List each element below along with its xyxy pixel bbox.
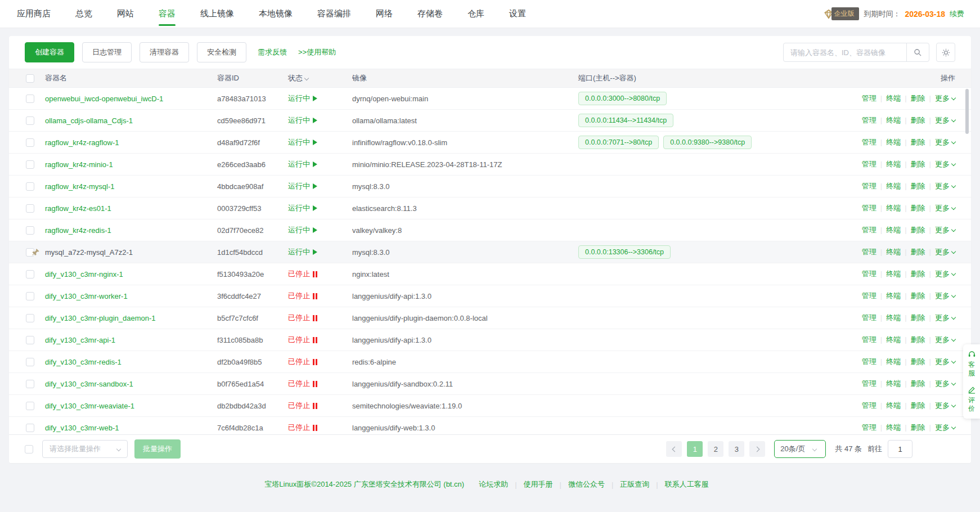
nav-item-overview[interactable]: 总览: [74, 1, 93, 27]
action-manage[interactable]: 管理: [862, 291, 876, 300]
action-more[interactable]: 更多: [935, 160, 955, 168]
row-checkbox[interactable]: [26, 160, 34, 169]
container-name-link[interactable]: dify_v130_c3mr-weaviate-1: [45, 402, 134, 410]
action-more[interactable]: 更多: [935, 226, 955, 234]
row-checkbox[interactable]: [26, 402, 34, 410]
action-terminal[interactable]: 终端: [886, 270, 901, 278]
row-checkbox[interactable]: [26, 116, 34, 125]
nav-item-settings[interactable]: 设置: [508, 1, 527, 27]
action-delete[interactable]: 删除: [911, 226, 925, 234]
action-terminal[interactable]: 终端: [886, 291, 901, 300]
nav-item-compose[interactable]: 容器编排: [316, 1, 352, 27]
action-delete[interactable]: 删除: [911, 204, 925, 212]
footer-link-1[interactable]: 论坛求助: [479, 479, 508, 489]
action-delete[interactable]: 删除: [911, 291, 925, 300]
nav-item-volume[interactable]: 存储卷: [416, 1, 444, 27]
action-terminal[interactable]: 终端: [886, 379, 901, 388]
customer-service-button[interactable]: 客服: [968, 350, 976, 378]
row-checkbox[interactable]: [26, 95, 34, 103]
action-delete[interactable]: 删除: [911, 357, 925, 366]
page-button-1[interactable]: 1: [687, 441, 703, 457]
row-checkbox[interactable]: [26, 270, 34, 279]
container-name-link[interactable]: mysql_a7z2-mysql_A7z2-1: [45, 248, 133, 257]
action-manage[interactable]: 管理: [862, 379, 876, 388]
action-more[interactable]: 更多: [935, 379, 955, 388]
action-manage[interactable]: 管理: [862, 357, 876, 366]
action-delete[interactable]: 删除: [911, 116, 925, 124]
nav-item-online-image[interactable]: 线上镜像: [199, 1, 235, 27]
action-delete[interactable]: 删除: [911, 423, 925, 432]
action-terminal[interactable]: 终端: [886, 401, 901, 410]
renew-link[interactable]: 续费: [950, 9, 964, 19]
action-delete[interactable]: 删除: [911, 401, 925, 410]
action-more[interactable]: 更多: [935, 291, 955, 300]
action-more[interactable]: 更多: [935, 138, 955, 146]
action-manage[interactable]: 管理: [862, 94, 876, 102]
action-manage[interactable]: 管理: [862, 313, 876, 322]
action-more[interactable]: 更多: [935, 204, 955, 212]
action-more[interactable]: 更多: [935, 401, 955, 410]
action-manage[interactable]: 管理: [862, 204, 876, 212]
action-manage[interactable]: 管理: [862, 401, 876, 410]
action-delete[interactable]: 删除: [911, 335, 925, 344]
container-name-link[interactable]: dify_v130_c3mr-api-1: [45, 336, 115, 344]
review-button[interactable]: 评价: [968, 385, 976, 413]
container-name-link[interactable]: dify_v130_c3mr-plugin_daemon-1: [45, 314, 156, 322]
container-name-link[interactable]: ragflow_kr4z-mysql-1: [45, 182, 115, 191]
action-terminal[interactable]: 终端: [886, 335, 901, 344]
action-more[interactable]: 更多: [935, 423, 955, 432]
action-more[interactable]: 更多: [935, 116, 955, 124]
help-link[interactable]: >>使用帮助: [298, 47, 336, 57]
row-checkbox[interactable]: [26, 138, 34, 147]
container-name-link[interactable]: ollama_cdjs-ollama_Cdjs-1: [45, 116, 133, 125]
nav-item-network[interactable]: 网络: [375, 1, 394, 27]
row-checkbox[interactable]: [26, 314, 34, 322]
container-name-link[interactable]: openwebui_iwcd-openwebui_iwcD-1: [45, 95, 163, 103]
header-status[interactable]: 状态: [288, 73, 352, 83]
search-button[interactable]: [906, 43, 929, 61]
footer-link-3[interactable]: 微信公众号: [568, 479, 605, 489]
action-terminal[interactable]: 终端: [886, 248, 901, 256]
action-manage[interactable]: 管理: [862, 335, 876, 344]
row-checkbox[interactable]: [26, 424, 34, 432]
next-page-button[interactable]: [749, 441, 765, 457]
action-terminal[interactable]: 终端: [886, 160, 901, 168]
action-manage[interactable]: 管理: [862, 270, 876, 278]
action-manage[interactable]: 管理: [862, 160, 876, 168]
action-terminal[interactable]: 终端: [886, 357, 901, 366]
nav-item-local-image[interactable]: 本地镜像: [258, 1, 294, 27]
action-manage[interactable]: 管理: [862, 423, 876, 432]
log-manage-button[interactable]: 日志管理: [82, 42, 132, 62]
nav-item-website[interactable]: 网站: [116, 1, 135, 27]
row-checkbox[interactable]: [26, 358, 34, 366]
action-more[interactable]: 更多: [935, 94, 955, 102]
footer-link-5[interactable]: 联系人工客服: [665, 479, 709, 489]
batch-select-all-checkbox[interactable]: [25, 445, 33, 453]
action-delete[interactable]: 删除: [911, 160, 925, 168]
action-more[interactable]: 更多: [935, 270, 955, 278]
security-check-button[interactable]: 安全检测: [197, 42, 246, 62]
container-name-link[interactable]: ragflow_kr4z-redis-1: [45, 226, 111, 235]
settings-button[interactable]: [936, 43, 955, 62]
container-name-link[interactable]: dify_v130_c3mr-redis-1: [45, 358, 122, 366]
action-manage[interactable]: 管理: [862, 182, 876, 190]
container-name-link[interactable]: ragflow_kr4z-es01-1: [45, 204, 111, 213]
action-manage[interactable]: 管理: [862, 116, 876, 124]
action-manage[interactable]: 管理: [862, 138, 876, 146]
container-name-link[interactable]: dify_v130_c3mr-sandbox-1: [45, 380, 133, 388]
nav-item-app-store[interactable]: 应用商店: [16, 1, 52, 27]
row-checkbox[interactable]: [26, 336, 34, 344]
container-name-link[interactable]: ragflow_kr4z-ragflow-1: [45, 138, 119, 147]
action-terminal[interactable]: 终端: [886, 116, 901, 124]
prev-page-button[interactable]: [666, 441, 682, 457]
action-manage[interactable]: 管理: [862, 226, 876, 234]
container-name-link[interactable]: ragflow_kr4z-minio-1: [45, 160, 113, 169]
action-more[interactable]: 更多: [935, 248, 955, 256]
page-size-select[interactable]: 20条/页: [774, 440, 826, 458]
row-checkbox[interactable]: [26, 204, 34, 213]
batch-operation-select[interactable]: 请选择批量操作: [42, 440, 128, 458]
action-more[interactable]: 更多: [935, 335, 955, 344]
row-checkbox[interactable]: [26, 226, 34, 235]
action-delete[interactable]: 删除: [911, 248, 925, 256]
create-container-button[interactable]: 创建容器: [25, 42, 74, 62]
